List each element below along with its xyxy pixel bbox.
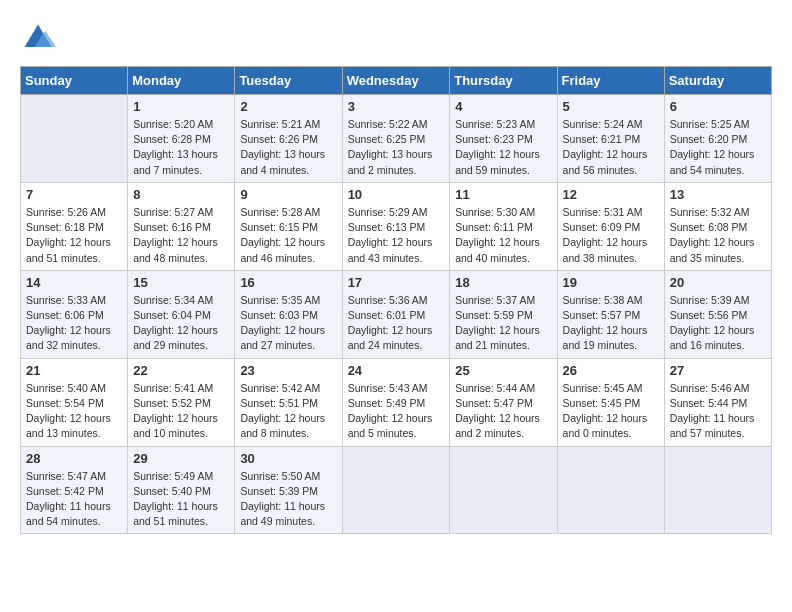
weekday-header-sunday: Sunday	[21, 67, 128, 95]
day-number: 6	[670, 99, 766, 114]
calendar-cell: 30Sunrise: 5:50 AMSunset: 5:39 PMDayligh…	[235, 446, 342, 534]
calendar-cell: 9Sunrise: 5:28 AMSunset: 6:15 PMDaylight…	[235, 182, 342, 270]
calendar-week-row: 7Sunrise: 5:26 AMSunset: 6:18 PMDaylight…	[21, 182, 772, 270]
day-number: 30	[240, 451, 336, 466]
day-info: Sunrise: 5:26 AMSunset: 6:18 PMDaylight:…	[26, 205, 122, 266]
calendar-cell: 14Sunrise: 5:33 AMSunset: 6:06 PMDayligh…	[21, 270, 128, 358]
day-number: 8	[133, 187, 229, 202]
calendar-table: SundayMondayTuesdayWednesdayThursdayFrid…	[20, 66, 772, 534]
day-info: Sunrise: 5:49 AMSunset: 5:40 PMDaylight:…	[133, 469, 229, 530]
day-info: Sunrise: 5:24 AMSunset: 6:21 PMDaylight:…	[563, 117, 659, 178]
day-info: Sunrise: 5:37 AMSunset: 5:59 PMDaylight:…	[455, 293, 551, 354]
day-number: 16	[240, 275, 336, 290]
day-number: 10	[348, 187, 445, 202]
day-info: Sunrise: 5:20 AMSunset: 6:28 PMDaylight:…	[133, 117, 229, 178]
day-info: Sunrise: 5:33 AMSunset: 6:06 PMDaylight:…	[26, 293, 122, 354]
day-number: 14	[26, 275, 122, 290]
weekday-header-thursday: Thursday	[450, 67, 557, 95]
calendar-cell: 26Sunrise: 5:45 AMSunset: 5:45 PMDayligh…	[557, 358, 664, 446]
day-info: Sunrise: 5:39 AMSunset: 5:56 PMDaylight:…	[670, 293, 766, 354]
logo-icon	[20, 20, 56, 56]
day-info: Sunrise: 5:42 AMSunset: 5:51 PMDaylight:…	[240, 381, 336, 442]
calendar-cell: 10Sunrise: 5:29 AMSunset: 6:13 PMDayligh…	[342, 182, 450, 270]
calendar-cell: 1Sunrise: 5:20 AMSunset: 6:28 PMDaylight…	[128, 95, 235, 183]
calendar-cell: 25Sunrise: 5:44 AMSunset: 5:47 PMDayligh…	[450, 358, 557, 446]
day-number: 25	[455, 363, 551, 378]
calendar-cell: 17Sunrise: 5:36 AMSunset: 6:01 PMDayligh…	[342, 270, 450, 358]
calendar-cell: 22Sunrise: 5:41 AMSunset: 5:52 PMDayligh…	[128, 358, 235, 446]
calendar-cell: 18Sunrise: 5:37 AMSunset: 5:59 PMDayligh…	[450, 270, 557, 358]
logo	[20, 20, 62, 56]
day-number: 26	[563, 363, 659, 378]
calendar-cell	[664, 446, 771, 534]
day-number: 3	[348, 99, 445, 114]
day-info: Sunrise: 5:30 AMSunset: 6:11 PMDaylight:…	[455, 205, 551, 266]
day-number: 7	[26, 187, 122, 202]
calendar-cell	[557, 446, 664, 534]
day-number: 5	[563, 99, 659, 114]
day-info: Sunrise: 5:41 AMSunset: 5:52 PMDaylight:…	[133, 381, 229, 442]
calendar-cell: 19Sunrise: 5:38 AMSunset: 5:57 PMDayligh…	[557, 270, 664, 358]
day-info: Sunrise: 5:22 AMSunset: 6:25 PMDaylight:…	[348, 117, 445, 178]
calendar-cell: 4Sunrise: 5:23 AMSunset: 6:23 PMDaylight…	[450, 95, 557, 183]
weekday-header-wednesday: Wednesday	[342, 67, 450, 95]
weekday-header-tuesday: Tuesday	[235, 67, 342, 95]
weekday-header-monday: Monday	[128, 67, 235, 95]
day-number: 19	[563, 275, 659, 290]
calendar-cell: 29Sunrise: 5:49 AMSunset: 5:40 PMDayligh…	[128, 446, 235, 534]
calendar-cell: 16Sunrise: 5:35 AMSunset: 6:03 PMDayligh…	[235, 270, 342, 358]
day-info: Sunrise: 5:45 AMSunset: 5:45 PMDaylight:…	[563, 381, 659, 442]
day-info: Sunrise: 5:36 AMSunset: 6:01 PMDaylight:…	[348, 293, 445, 354]
calendar-cell: 13Sunrise: 5:32 AMSunset: 6:08 PMDayligh…	[664, 182, 771, 270]
calendar-cell: 3Sunrise: 5:22 AMSunset: 6:25 PMDaylight…	[342, 95, 450, 183]
day-info: Sunrise: 5:23 AMSunset: 6:23 PMDaylight:…	[455, 117, 551, 178]
calendar-cell: 5Sunrise: 5:24 AMSunset: 6:21 PMDaylight…	[557, 95, 664, 183]
day-info: Sunrise: 5:34 AMSunset: 6:04 PMDaylight:…	[133, 293, 229, 354]
day-number: 1	[133, 99, 229, 114]
calendar-cell: 23Sunrise: 5:42 AMSunset: 5:51 PMDayligh…	[235, 358, 342, 446]
day-number: 21	[26, 363, 122, 378]
day-info: Sunrise: 5:43 AMSunset: 5:49 PMDaylight:…	[348, 381, 445, 442]
day-info: Sunrise: 5:44 AMSunset: 5:47 PMDaylight:…	[455, 381, 551, 442]
day-number: 23	[240, 363, 336, 378]
day-number: 15	[133, 275, 229, 290]
calendar-cell: 28Sunrise: 5:47 AMSunset: 5:42 PMDayligh…	[21, 446, 128, 534]
day-info: Sunrise: 5:38 AMSunset: 5:57 PMDaylight:…	[563, 293, 659, 354]
weekday-header-saturday: Saturday	[664, 67, 771, 95]
day-info: Sunrise: 5:46 AMSunset: 5:44 PMDaylight:…	[670, 381, 766, 442]
day-info: Sunrise: 5:35 AMSunset: 6:03 PMDaylight:…	[240, 293, 336, 354]
day-number: 18	[455, 275, 551, 290]
page-header	[20, 20, 772, 56]
day-number: 13	[670, 187, 766, 202]
day-info: Sunrise: 5:50 AMSunset: 5:39 PMDaylight:…	[240, 469, 336, 530]
calendar-cell	[342, 446, 450, 534]
weekday-header-friday: Friday	[557, 67, 664, 95]
calendar-week-row: 21Sunrise: 5:40 AMSunset: 5:54 PMDayligh…	[21, 358, 772, 446]
calendar-cell	[450, 446, 557, 534]
calendar-cell: 24Sunrise: 5:43 AMSunset: 5:49 PMDayligh…	[342, 358, 450, 446]
day-number: 4	[455, 99, 551, 114]
calendar-cell: 11Sunrise: 5:30 AMSunset: 6:11 PMDayligh…	[450, 182, 557, 270]
day-number: 11	[455, 187, 551, 202]
day-info: Sunrise: 5:21 AMSunset: 6:26 PMDaylight:…	[240, 117, 336, 178]
calendar-cell: 15Sunrise: 5:34 AMSunset: 6:04 PMDayligh…	[128, 270, 235, 358]
calendar-cell: 8Sunrise: 5:27 AMSunset: 6:16 PMDaylight…	[128, 182, 235, 270]
calendar-cell	[21, 95, 128, 183]
day-info: Sunrise: 5:25 AMSunset: 6:20 PMDaylight:…	[670, 117, 766, 178]
day-number: 9	[240, 187, 336, 202]
day-number: 24	[348, 363, 445, 378]
calendar-cell: 2Sunrise: 5:21 AMSunset: 6:26 PMDaylight…	[235, 95, 342, 183]
calendar-header-row: SundayMondayTuesdayWednesdayThursdayFrid…	[21, 67, 772, 95]
day-number: 2	[240, 99, 336, 114]
calendar-cell: 12Sunrise: 5:31 AMSunset: 6:09 PMDayligh…	[557, 182, 664, 270]
day-number: 28	[26, 451, 122, 466]
day-number: 27	[670, 363, 766, 378]
day-number: 17	[348, 275, 445, 290]
day-number: 22	[133, 363, 229, 378]
day-number: 20	[670, 275, 766, 290]
calendar-cell: 27Sunrise: 5:46 AMSunset: 5:44 PMDayligh…	[664, 358, 771, 446]
day-info: Sunrise: 5:28 AMSunset: 6:15 PMDaylight:…	[240, 205, 336, 266]
day-info: Sunrise: 5:29 AMSunset: 6:13 PMDaylight:…	[348, 205, 445, 266]
calendar-cell: 21Sunrise: 5:40 AMSunset: 5:54 PMDayligh…	[21, 358, 128, 446]
day-info: Sunrise: 5:27 AMSunset: 6:16 PMDaylight:…	[133, 205, 229, 266]
